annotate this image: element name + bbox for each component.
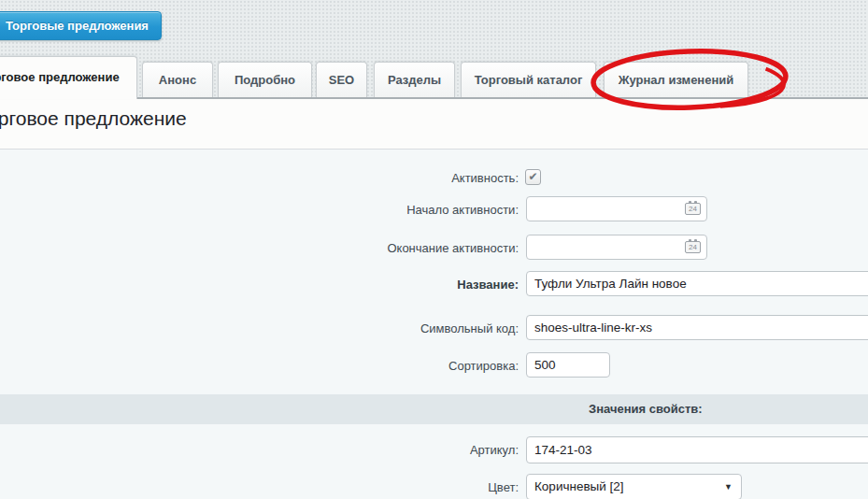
- tab-seo[interactable]: SEO: [316, 62, 367, 97]
- activity-label: Активность:: [276, 171, 519, 185]
- tab-change-log[interactable]: Журнал изменений: [604, 62, 748, 97]
- trade-offers-back-button[interactable]: Торговые предложения: [0, 11, 162, 40]
- color-label: Цвет:: [276, 480, 519, 494]
- checkmark-icon: ✔: [528, 170, 537, 183]
- color-select[interactable]: Коричневый [2] ▼: [526, 474, 742, 499]
- activity-end-label: Окончание активности:: [276, 241, 519, 255]
- tab-detail[interactable]: Подробно: [218, 62, 312, 97]
- properties-section-band: [0, 394, 868, 424]
- activity-end-field: 24: [526, 235, 707, 260]
- activity-start-field: 24: [526, 196, 707, 221]
- page-title: Торговое предложение: [0, 107, 187, 130]
- calendar-icon[interactable]: 24: [685, 203, 701, 215]
- properties-section-header: Значения свойств:: [589, 402, 703, 416]
- activity-end-input[interactable]: [526, 235, 707, 260]
- color-select-value: Коричневый [2]: [534, 479, 624, 493]
- tab-catalog[interactable]: Торговый каталог: [461, 62, 596, 97]
- tab-announce[interactable]: Анонс: [142, 62, 213, 97]
- article-input[interactable]: [526, 436, 868, 463]
- calendar-icon[interactable]: 24: [685, 241, 701, 253]
- activity-start-input[interactable]: [526, 196, 707, 221]
- activity-checkbox[interactable]: ✔: [525, 169, 541, 185]
- name-label: Название:: [276, 278, 519, 292]
- tab-sections[interactable]: Разделы: [374, 62, 455, 97]
- symbolic-code-input[interactable]: [526, 315, 868, 340]
- admin-page: Значения свойств: Торговые предложения Т…: [0, 0, 868, 499]
- article-label: Артикул:: [276, 443, 519, 457]
- chevron-down-icon: ▼: [724, 483, 733, 492]
- sort-label: Сортировка:: [276, 359, 519, 373]
- tab-trade-offer[interactable]: Торговое предложение: [0, 56, 137, 99]
- name-input[interactable]: [526, 271, 868, 296]
- activity-start-label: Начало активности:: [276, 203, 519, 217]
- sort-input[interactable]: [526, 352, 610, 378]
- symbolic-code-label: Символьный код:: [276, 321, 519, 335]
